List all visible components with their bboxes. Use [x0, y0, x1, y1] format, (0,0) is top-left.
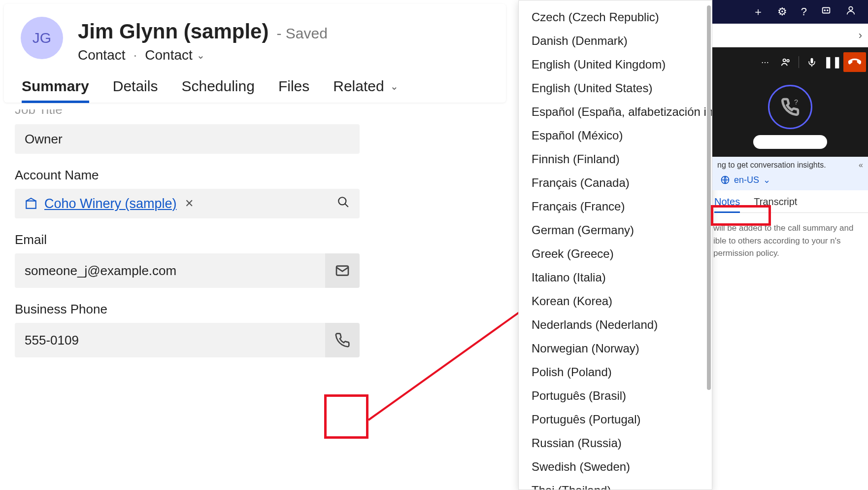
svg-point-8	[849, 7, 852, 10]
language-selector[interactable]: en-US ⌄	[717, 173, 773, 187]
tab-related-label: Related	[333, 78, 384, 95]
language-option[interactable]: Greek (Greece)	[522, 242, 709, 266]
account-link[interactable]: Coho Winery (sample)	[44, 196, 177, 211]
language-dropdown[interactable]: Czech (Czech Republic)Danish (Denmark)En…	[518, 0, 712, 490]
svg-rect-5	[823, 8, 830, 13]
svg-point-1	[338, 197, 346, 205]
email-value: someone_j@example.com	[25, 263, 176, 279]
contact-name: Jim Glynn (sample)	[78, 20, 268, 43]
save-status: - Saved	[276, 25, 327, 42]
remove-account-button[interactable]: ✕	[185, 197, 194, 210]
language-list: Czech (Czech Republic)Danish (Denmark)En…	[519, 0, 712, 490]
language-option[interactable]: Français (Canada)	[522, 171, 709, 195]
language-option[interactable]: Português (Portugal)	[522, 408, 709, 431]
envelope-icon	[334, 263, 350, 279]
phone-icon	[334, 332, 350, 348]
participants-button[interactable]	[776, 52, 796, 72]
account-name-label: Account Name	[15, 168, 495, 183]
email-field[interactable]: someone_j@example.com	[15, 253, 325, 288]
tab-scheduling[interactable]: Scheduling	[181, 78, 254, 103]
form-selector-label: Contact	[145, 47, 193, 63]
scrollbar[interactable]	[705, 3, 712, 487]
language-option[interactable]: Swedish (Sweden)	[522, 455, 709, 479]
svg-point-7	[827, 10, 828, 11]
svg-point-10	[787, 60, 789, 62]
assistant-icon[interactable]	[821, 5, 832, 19]
tab-details[interactable]: Details	[113, 78, 158, 103]
search-icon[interactable]	[337, 196, 350, 211]
language-option[interactable]: Finnish (Finland)	[522, 147, 709, 171]
language-option[interactable]: Norwegian (Norway)	[522, 337, 709, 360]
chevron-down-icon: ⌄	[763, 175, 770, 185]
annotation-highlight-phone-button	[324, 394, 368, 439]
user-icon[interactable]	[845, 5, 856, 19]
language-option[interactable]: English (United States)	[522, 76, 709, 100]
email-label: Email	[15, 232, 495, 247]
collapse-icon[interactable]: «	[859, 161, 863, 170]
tab-related[interactable]: Related ⌄	[333, 78, 398, 103]
language-option[interactable]: German (Germany)	[522, 218, 709, 242]
separator	[799, 56, 799, 68]
tab-summary[interactable]: Summary	[22, 78, 89, 103]
global-header: ＋ ⚙ ?	[712, 0, 868, 24]
language-option[interactable]: English (United Kingdom)	[522, 53, 709, 76]
language-option[interactable]: Czech (Czech Republic)	[522, 5, 709, 29]
end-call-button[interactable]	[843, 52, 866, 72]
active-call-area: ⋯ ❚❚ ?	[712, 47, 868, 157]
conversation-insights-bar: ng to get conversation insights. « en-US…	[712, 157, 868, 190]
add-icon[interactable]: ＋	[753, 4, 764, 19]
contact-avatar: JG	[21, 17, 63, 59]
svg-point-9	[783, 59, 786, 62]
language-option[interactable]: Polish (Poland)	[522, 360, 709, 384]
caller-avatar: ?	[768, 85, 812, 129]
language-option[interactable]: Nederlands (Nederland)	[522, 313, 709, 337]
language-code: en-US	[734, 175, 759, 185]
language-option[interactable]: Thai (Thailand)	[522, 479, 709, 490]
phone-question-icon: ?	[781, 98, 800, 116]
form-selector[interactable]: Contact ⌄	[145, 47, 205, 63]
language-option[interactable]: Español (México)	[522, 124, 709, 147]
caller-name-redacted	[753, 135, 827, 149]
svg-text:?: ?	[794, 98, 798, 106]
call-phone-button[interactable]	[325, 323, 360, 357]
separator-dot: ·	[134, 47, 137, 63]
account-icon	[25, 197, 37, 210]
language-option[interactable]: Français (France)	[522, 195, 709, 218]
business-phone-label: Business Phone	[15, 302, 495, 317]
job-title-value: Owner	[25, 132, 63, 147]
language-option[interactable]: Español (España, alfabetización internac…	[522, 100, 709, 124]
language-option[interactable]: Korean (Korea)	[522, 289, 709, 313]
send-email-button[interactable]	[325, 253, 360, 288]
chevron-down-icon: ⌄	[197, 49, 205, 61]
insight-text: ng to get conversation insights.	[717, 161, 826, 170]
language-option[interactable]: Italiano (Italia)	[522, 266, 709, 289]
chevron-down-icon: ⌄	[390, 80, 399, 92]
svg-point-6	[824, 10, 825, 11]
annotation-highlight-language-selector	[711, 205, 771, 226]
svg-rect-0	[26, 201, 36, 209]
chevron-right-icon[interactable]: ›	[859, 29, 862, 42]
mute-button[interactable]	[802, 52, 822, 72]
svg-line-2	[345, 204, 348, 207]
scrollbar-thumb[interactable]	[707, 5, 711, 390]
contact-tabs: Summary Details Scheduling Files Related…	[4, 63, 506, 103]
language-option[interactable]: Russian (Russia)	[522, 431, 709, 455]
more-options-button[interactable]: ⋯	[755, 52, 775, 72]
account-name-field[interactable]: Coho Winery (sample) ✕	[15, 189, 360, 218]
job-title-label: Job Title	[15, 109, 495, 118]
globe-icon	[720, 175, 730, 185]
tab-files[interactable]: Files	[278, 78, 309, 103]
language-option[interactable]: Português (Brasil)	[522, 384, 709, 408]
settings-icon[interactable]: ⚙	[777, 5, 787, 18]
entity-label: Contact	[78, 47, 126, 63]
help-icon[interactable]: ?	[801, 5, 807, 18]
phone-value: 555-0109	[25, 333, 79, 348]
phone-field[interactable]: 555-0109	[15, 323, 325, 357]
call-pane-header: ›	[712, 24, 868, 47]
job-title-field[interactable]: Owner	[15, 124, 360, 154]
language-option[interactable]: Danish (Denmark)	[522, 29, 709, 53]
hold-button[interactable]: ❚❚	[823, 52, 842, 72]
